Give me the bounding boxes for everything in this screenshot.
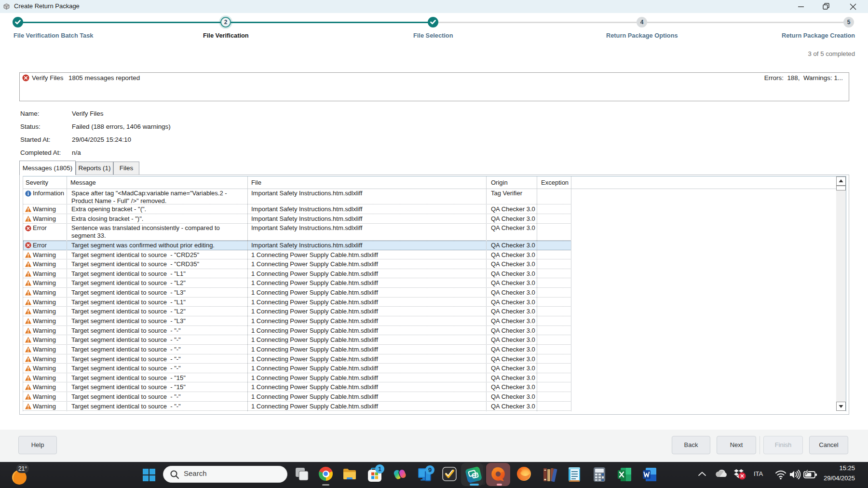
svg-text:21°: 21° — [18, 465, 27, 472]
